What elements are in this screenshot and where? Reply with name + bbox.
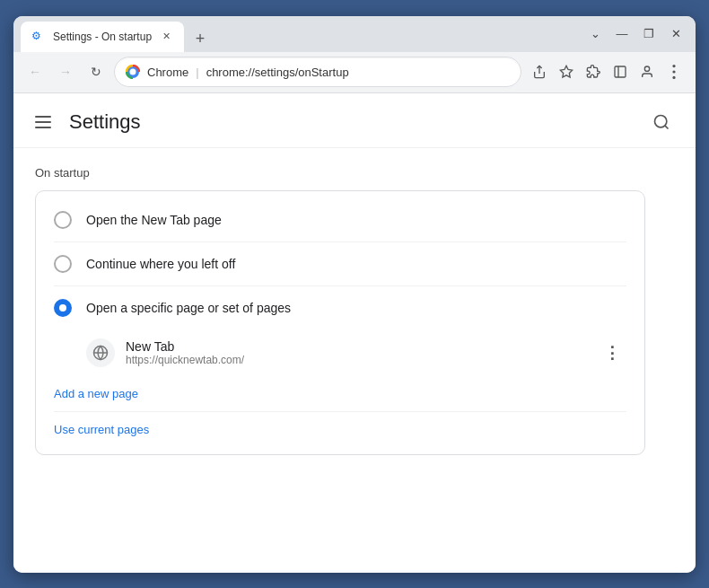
page-header-left: Settings [31, 110, 141, 134]
radio-label-specific: Open a specific page or set of pages [86, 301, 291, 315]
address-favicon [126, 65, 140, 79]
bookmark-icon[interactable] [554, 59, 579, 84]
url-name: New Tab [126, 339, 587, 354]
svg-point-6 [644, 66, 649, 71]
add-new-page-button[interactable]: Add a new page [36, 376, 156, 411]
page-header: Settings [13, 93, 696, 148]
forward-button[interactable]: → [53, 59, 78, 84]
address-separator: | [196, 66, 198, 79]
section-title: On startup [35, 166, 674, 180]
browser-window: ⚙ Settings - On startup ✕ + ⌄ — ❐ ✕ ← → … [13, 16, 696, 573]
radio-item-new-tab[interactable]: Open the New Tab page [36, 198, 644, 241]
address-bar[interactable]: Chrome | chrome://settings/onStartup [114, 57, 521, 87]
window-controls: ⌄ — ❐ ✕ [582, 22, 688, 47]
extension-icon[interactable] [581, 59, 606, 84]
svg-point-10 [655, 115, 667, 127]
svg-rect-4 [615, 66, 626, 77]
maximize-button[interactable]: ❐ [636, 22, 661, 47]
menu-icon[interactable] [661, 59, 687, 84]
profile-icon[interactable] [635, 59, 660, 84]
radio-label-new-tab: Open the New Tab page [86, 213, 222, 227]
radio-circle-specific [54, 299, 72, 317]
page-body: On startup Open the New Tab page Continu… [13, 148, 696, 573]
svg-point-1 [130, 69, 136, 75]
search-button[interactable] [645, 106, 678, 138]
address-url: chrome://settings/onStartup [206, 66, 510, 79]
tab-area: ⚙ Settings - On startup ✕ + [21, 16, 579, 52]
svg-point-7 [672, 65, 675, 67]
tab-favicon: ⚙ [31, 30, 46, 44]
svg-marker-3 [560, 66, 572, 77]
chevron-down-button[interactable]: ⌄ [582, 22, 608, 47]
svg-point-8 [672, 70, 675, 73]
address-chrome-label: Chrome [147, 66, 188, 79]
radio-item-specific[interactable]: Open a specific page or set of pages [36, 286, 644, 329]
share-icon[interactable] [527, 59, 552, 84]
tab-close-button[interactable]: ✕ [159, 30, 173, 44]
radio-circle-new-tab [54, 211, 72, 229]
back-button[interactable]: ← [22, 59, 48, 84]
toolbar: ← → ↻ Chrome | chrome://settings/onStart… [13, 52, 696, 93]
startup-url-item: New Tab https://quicknewtab.com/ ⋮ [36, 329, 644, 376]
settings-card: Open the New Tab page Continue where you… [35, 190, 645, 455]
tab-title: Settings - On startup [53, 31, 152, 43]
toolbar-icons [527, 59, 687, 84]
title-bar: ⚙ Settings - On startup ✕ + ⌄ — ❐ ✕ [13, 16, 696, 52]
radio-circle-continue [54, 255, 72, 273]
svg-point-9 [672, 76, 675, 79]
active-tab[interactable]: ⚙ Settings - On startup ✕ [21, 22, 184, 52]
hamburger-menu[interactable] [31, 112, 55, 132]
svg-line-11 [665, 125, 669, 128]
radio-label-continue: Continue where you left off [86, 257, 235, 271]
url-globe-icon [86, 338, 115, 367]
url-more-button[interactable]: ⋮ [598, 338, 626, 367]
radio-item-continue[interactable]: Continue where you left off [36, 242, 644, 285]
url-info: New Tab https://quicknewtab.com/ [126, 339, 587, 366]
new-tab-button[interactable]: + [188, 27, 213, 52]
page-content: Settings On startup Open the New Tab pag… [13, 93, 696, 573]
minimize-button[interactable]: — [609, 22, 635, 47]
url-address: https://quicknewtab.com/ [126, 354, 587, 366]
page-title: Settings [69, 110, 141, 134]
refresh-button[interactable]: ↻ [83, 59, 109, 84]
sidebar-icon[interactable] [608, 59, 633, 84]
close-button[interactable]: ✕ [663, 22, 688, 47]
use-current-pages-button[interactable]: Use current pages [36, 412, 167, 447]
